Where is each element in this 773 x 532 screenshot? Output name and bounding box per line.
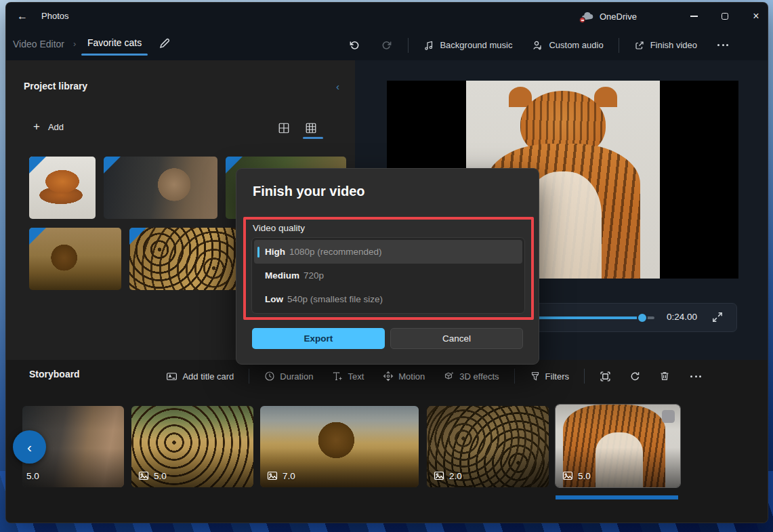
quality-option-low[interactable]: Low 540p (smallest file size) (254, 287, 522, 311)
storyboard-divider (249, 369, 249, 384)
storyboard-section: Storyboard Add title card Duration Text (6, 360, 768, 523)
video-quality-label: Video quality (253, 223, 305, 233)
seek-thumb[interactable] (637, 312, 648, 323)
text-button[interactable]: Text (328, 368, 368, 384)
filters-button[interactable]: Filters (526, 368, 573, 384)
image-icon (562, 470, 573, 481)
close-button[interactable]: × (740, 3, 768, 30)
selected-corner-icon (104, 157, 121, 173)
rotate-icon[interactable] (625, 367, 644, 386)
selected-corner-icon (129, 228, 146, 245)
crop-icon[interactable] (596, 367, 614, 386)
text-tool-icon (332, 371, 343, 382)
image-icon (434, 470, 444, 481)
3d-cube-icon (444, 371, 455, 382)
dialog-title: Finish your video (253, 184, 365, 199)
onedrive-cloud-icon (581, 11, 594, 22)
fullscreen-icon[interactable] (711, 311, 724, 323)
title-bar: ← Photos OneDrive × (6, 3, 768, 30)
clip-tiger-selected[interactable]: 5.0 (556, 405, 680, 487)
clock-icon (264, 371, 275, 382)
breadcrumb-video-editor[interactable]: Video Editor (13, 39, 64, 49)
library-thumb-tiger[interactable] (29, 157, 96, 219)
back-icon[interactable]: ← (13, 8, 32, 24)
app-title: Photos (41, 11, 68, 21)
onedrive-sync-badge (579, 17, 585, 23)
selected-corner-icon (29, 228, 46, 245)
storyboard-divider (514, 369, 515, 384)
grid-view-large-icon[interactable] (301, 119, 320, 138)
project-library-title: Project library (24, 81, 87, 91)
breadcrumb-separator: › (73, 39, 76, 49)
storyboard-divider (584, 369, 585, 384)
minimize-icon (690, 16, 698, 16)
grid-view-small-icon[interactable] (274, 119, 293, 138)
minimize-button[interactable] (678, 3, 709, 30)
onedrive-status[interactable]: OneDrive (581, 8, 637, 24)
collapse-panel-icon[interactable]: ‹ (336, 81, 339, 92)
top-tools: Background music Custom audio Finish vid… (343, 30, 734, 60)
custom-audio-button[interactable]: Custom audio (527, 37, 608, 54)
library-thumb-puma[interactable] (104, 157, 217, 219)
filters-icon (530, 371, 541, 382)
clip-select-checkbox[interactable] (662, 410, 675, 423)
quality-listbox: High 1080p (recommended) Medium 720p Low… (251, 237, 525, 314)
clip-leopard[interactable]: 2.0 (427, 406, 549, 487)
clip-lion[interactable]: 7.0 (260, 406, 419, 487)
background-music-button[interactable]: Background music (418, 37, 518, 54)
active-view-underline (303, 137, 323, 139)
storyboard-more-icon[interactable] (685, 371, 707, 382)
photos-app-window: ← Photos OneDrive × Video Editor › Favor… (5, 2, 768, 523)
quality-option-medium[interactable]: Medium 720p (254, 264, 522, 287)
maximize-button[interactable] (709, 3, 740, 30)
library-thumb-lion[interactable] (29, 228, 121, 290)
person-audio-icon (532, 40, 543, 51)
image-icon (138, 470, 149, 481)
maximize-icon (722, 13, 728, 20)
finish-video-dialog: Finish your video Video quality High 108… (236, 168, 539, 365)
selected-corner-icon (29, 157, 46, 173)
redo-button[interactable] (375, 36, 398, 55)
clip-progress-bar (556, 495, 678, 499)
delete-icon[interactable] (655, 367, 674, 386)
title-card-icon (166, 371, 177, 382)
export-button[interactable]: Export (252, 328, 385, 349)
finish-video-button[interactable]: Finish video (629, 37, 703, 54)
storyboard-title: Storyboard (29, 369, 80, 380)
motion-button[interactable]: Motion (379, 368, 429, 384)
scroll-left-button[interactable]: ‹ (13, 430, 46, 464)
onedrive-label: OneDrive (600, 12, 637, 22)
duration-button[interactable]: Duration (260, 368, 317, 384)
music-note-icon (423, 40, 434, 51)
quality-option-high[interactable]: High 1080p (recommended) (254, 240, 522, 264)
cancel-button[interactable]: Cancel (390, 328, 523, 349)
clip-cheetahs[interactable]: 5.0 (131, 406, 253, 487)
library-thumb-leopard[interactable] (129, 228, 250, 290)
motion-icon (383, 371, 394, 382)
finish-video-icon (634, 40, 645, 51)
editor-toolbar: Video Editor › Favorite cats Background … (6, 30, 768, 60)
toolbar-divider (619, 38, 619, 53)
add-title-card-button[interactable]: Add title card (162, 368, 238, 385)
project-name-underline (81, 54, 148, 56)
3d-effects-button[interactable]: 3D effects (440, 368, 503, 384)
image-icon (267, 470, 278, 481)
project-name[interactable]: Favorite cats (87, 37, 142, 48)
rename-pencil-icon[interactable] (158, 37, 173, 52)
plus-icon: + (33, 120, 40, 134)
toolbar-divider (408, 38, 409, 53)
storyboard-tools: Add title card Duration Text Motion (162, 363, 707, 389)
add-media-button[interactable]: + Add (33, 120, 64, 134)
undo-button[interactable] (343, 36, 366, 55)
more-options-icon[interactable] (712, 40, 734, 50)
time-label: 0:24.00 (667, 312, 697, 322)
